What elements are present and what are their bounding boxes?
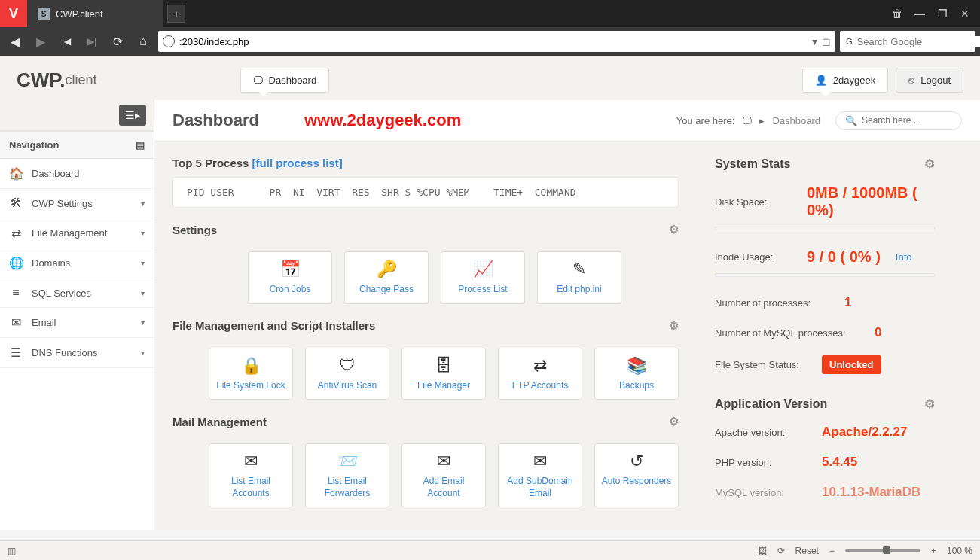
tile-icon: 📨 <box>337 452 358 471</box>
gear-icon[interactable]: ⚙ <box>924 397 935 411</box>
sidebar-item-sql-services[interactable]: ≡ SQL Services ▾ <box>0 278 154 308</box>
tile-icon: ✉ <box>244 452 258 471</box>
sidebar-item-label: Dashboard <box>32 168 80 179</box>
inode-value: 9 / 0 ( 0% ) <box>807 248 881 266</box>
page-header: Dashboard www.2daygeek.com You are here:… <box>154 100 980 142</box>
tile-icon: 🔒 <box>241 356 261 376</box>
sidebar-item-email[interactable]: ✉ Email ▾ <box>0 308 154 338</box>
panel-icon[interactable]: ▤ <box>136 139 145 151</box>
home-button[interactable]: ⌂ <box>133 31 154 52</box>
chevron-down-icon: ▾ <box>141 348 145 357</box>
dashboard-top-label: Dashboard <box>269 75 317 86</box>
tile-process-list[interactable]: 📈 Process List <box>441 251 525 304</box>
gear-icon[interactable]: ⚙ <box>669 319 679 333</box>
sidebar-item-label: DNS Functions <box>32 347 97 358</box>
tile-list-email-forwarders[interactable]: 📨 List Email Forwarders <box>305 443 389 507</box>
tile-file-manager[interactable]: 🗄 File Manager <box>401 348 486 400</box>
chevron-down-icon: ▾ <box>141 259 145 267</box>
mail-icon: ✉ <box>9 315 23 330</box>
tile-backups[interactable]: 📚 Backups <box>594 348 679 400</box>
monitor-icon: 🖵 <box>742 115 752 126</box>
nav-header-label: Navigation <box>9 139 59 151</box>
forward-button[interactable]: ▶ <box>30 31 51 52</box>
maximize-button[interactable]: ❐ <box>935 8 950 20</box>
mysql-value: 10.1.13-MariaDB <box>822 485 920 500</box>
disk-label: Disk Space: <box>715 196 798 208</box>
tile-file-system-lock[interactable]: 🔒 File System Lock <box>209 348 293 400</box>
tile-icon: ✉ <box>533 452 547 471</box>
browser-tab[interactable]: S CWP.client <box>27 0 163 27</box>
sidebar-item-cwp-settings[interactable]: 🛠 CWP Settings ▾ <box>0 189 154 218</box>
tile-cron-jobs[interactable]: 📅 Cron Jobs <box>248 251 332 304</box>
dropdown-icon[interactable]: ▾ <box>812 35 817 47</box>
body-row: ☰▸ Navigation ▤ 🏠 Dashboard 🛠 CWP Settin… <box>0 100 980 530</box>
fast-forward-button[interactable]: ▶| <box>81 31 102 52</box>
tile-auto-responders[interactable]: ↺ Auto Responders <box>594 443 679 507</box>
main: Dashboard www.2daygeek.com You are here:… <box>154 100 980 530</box>
logout-button[interactable]: ⎋ Logout <box>896 68 963 93</box>
logo-main: CWP. <box>17 68 66 92</box>
disk-bar <box>715 227 935 230</box>
sidebar-item-label: Domains <box>32 257 70 269</box>
reload-button[interactable]: ⟳ <box>107 31 128 52</box>
sidebar-item-file-management[interactable]: ⇄ File Management ▾ <box>0 218 154 248</box>
bookmark-icon[interactable]: ◻ <box>822 35 831 47</box>
search-icon: 🔍 <box>845 115 857 126</box>
gear-icon[interactable]: ⚙ <box>924 157 935 171</box>
globe-icon <box>163 35 175 47</box>
inode-bar <box>715 273 935 277</box>
disk-value: 0MB / 1000MB ( 0%) <box>807 184 935 219</box>
monitor-icon: 🖵 <box>253 75 263 86</box>
url-input[interactable] <box>179 36 808 47</box>
chevron-down-icon: ▾ <box>141 289 145 297</box>
tile-add-subdomain-email[interactable]: ✉ Add SubDomain Email <box>498 443 582 507</box>
new-tab-button[interactable]: + <box>167 5 185 23</box>
back-button[interactable]: ◀ <box>5 31 26 52</box>
tile-label: File System Lock <box>216 380 285 392</box>
browser-chrome: V S CWP.client + 🗑 — ❐ ✕ ◀ ▶ |◀ ▶| ⟳ ⌂ ▾… <box>0 0 980 56</box>
breadcrumb-item[interactable]: Dashboard <box>772 115 820 126</box>
watermark: www.2daygeek.com <box>304 111 461 130</box>
fs-label: File System Status: <box>715 359 813 370</box>
tile-list-email-accounts[interactable]: ✉ List Email Accounts <box>209 443 293 507</box>
sidebar-item-domains[interactable]: 🌐 Domains ▾ <box>0 248 154 278</box>
minimize-button[interactable]: — <box>912 8 927 20</box>
tile-ftp-accounts[interactable]: ⇄ FTP Accounts <box>498 348 582 400</box>
gear-icon[interactable]: ⚙ <box>669 223 679 236</box>
logout-label: Logout <box>920 75 951 86</box>
sidebar-item-dns-functions[interactable]: ☰ DNS Functions ▾ <box>0 338 154 368</box>
trash-icon[interactable]: 🗑 <box>890 8 905 20</box>
sidebar-item-label: SQL Services <box>32 288 91 299</box>
user-menu[interactable]: 👤 2daygeek <box>802 68 888 93</box>
full-process-link[interactable]: [full process list] <box>252 157 343 169</box>
page-search-input[interactable] <box>862 115 952 126</box>
browser-search[interactable]: G ▾ <box>840 31 975 52</box>
tile-antivirus-scan[interactable]: 🛡 AntiVirus Scan <box>305 348 389 400</box>
mysql-proc-label: Number of MySQL processes: <box>715 327 866 339</box>
tile-icon: ↺ <box>630 452 643 471</box>
rewind-button[interactable]: |◀ <box>56 31 77 52</box>
topbar: CWP.client 🖵 Dashboard 👤 2daygeek ⎋ Logo… <box>0 56 980 100</box>
fs-status-badge: Unlocked <box>822 355 881 374</box>
files-title: File Management and Script Installers <box>172 319 375 332</box>
sidebar-item-label: Email <box>32 317 56 328</box>
vivaldi-logo[interactable]: V <box>0 0 27 27</box>
tile-edit-php-ini[interactable]: ✎ Edit php.ini <box>537 251 621 304</box>
gear-icon[interactable]: ⚙ <box>669 415 679 428</box>
mail-title: Mail Management <box>172 415 267 428</box>
sidebar-toggle[interactable]: ☰▸ <box>119 105 146 126</box>
logout-icon: ⎋ <box>908 75 914 86</box>
info-link[interactable]: Info <box>896 251 912 263</box>
inode-label: Inode Usage: <box>715 251 798 263</box>
username: 2daygeek <box>833 75 875 86</box>
close-button[interactable]: ✕ <box>957 8 972 20</box>
page-search[interactable]: 🔍 <box>835 111 962 130</box>
tile-change-pass[interactable]: 🔑 Change Pass <box>344 251 429 304</box>
tile-add-email-account[interactable]: ✉ Add Email Account <box>401 443 486 507</box>
sidebar-item-dashboard[interactable]: 🏠 Dashboard <box>0 159 154 189</box>
browser-search-input[interactable] <box>857 36 980 47</box>
process-table: PID USER PR NI VIRT RES SHR S %CPU %MEM … <box>172 177 679 208</box>
url-field[interactable]: ▾ ◻ <box>158 31 835 52</box>
tab-title: CWP.client <box>56 8 103 20</box>
dashboard-top-tab[interactable]: 🖵 Dashboard <box>240 68 330 93</box>
